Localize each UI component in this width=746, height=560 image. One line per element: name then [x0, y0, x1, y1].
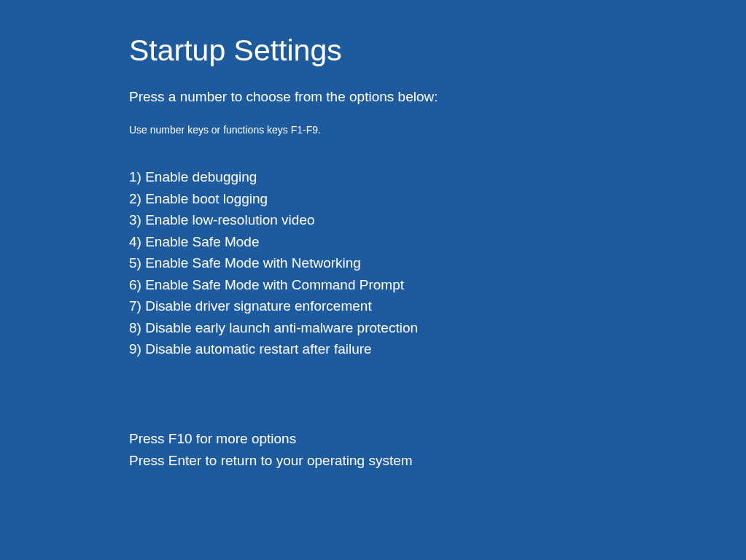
option-enable-debugging[interactable]: 1) Enable debugging [129, 166, 746, 188]
startup-settings-screen: Startup Settings Press a number to choos… [0, 0, 746, 360]
more-options-hint: Press F10 for more options [129, 428, 413, 450]
option-enable-boot-logging[interactable]: 2) Enable boot logging [129, 188, 746, 210]
instruction-text: Press a number to choose from the option… [129, 89, 746, 105]
hint-text: Use number keys or functions keys F1-F9. [129, 124, 746, 136]
page-title: Startup Settings [129, 34, 746, 68]
option-disable-driver-signature-enforcement[interactable]: 7) Disable driver signature enforcement [129, 295, 746, 317]
option-disable-early-launch-anti-malware[interactable]: 8) Disable early launch anti-malware pro… [129, 317, 746, 339]
return-hint: Press Enter to return to your operating … [129, 450, 413, 472]
option-enable-safe-mode-command-prompt[interactable]: 6) Enable Safe Mode with Command Prompt [129, 274, 746, 296]
options-list: 1) Enable debugging 2) Enable boot loggi… [129, 166, 746, 360]
option-disable-automatic-restart[interactable]: 9) Disable automatic restart after failu… [129, 338, 746, 360]
option-enable-low-resolution-video[interactable]: 3) Enable low-resolution video [129, 209, 746, 231]
footer-hints: Press F10 for more options Press Enter t… [129, 428, 413, 471]
option-enable-safe-mode[interactable]: 4) Enable Safe Mode [129, 231, 746, 253]
option-enable-safe-mode-networking[interactable]: 5) Enable Safe Mode with Networking [129, 252, 746, 274]
